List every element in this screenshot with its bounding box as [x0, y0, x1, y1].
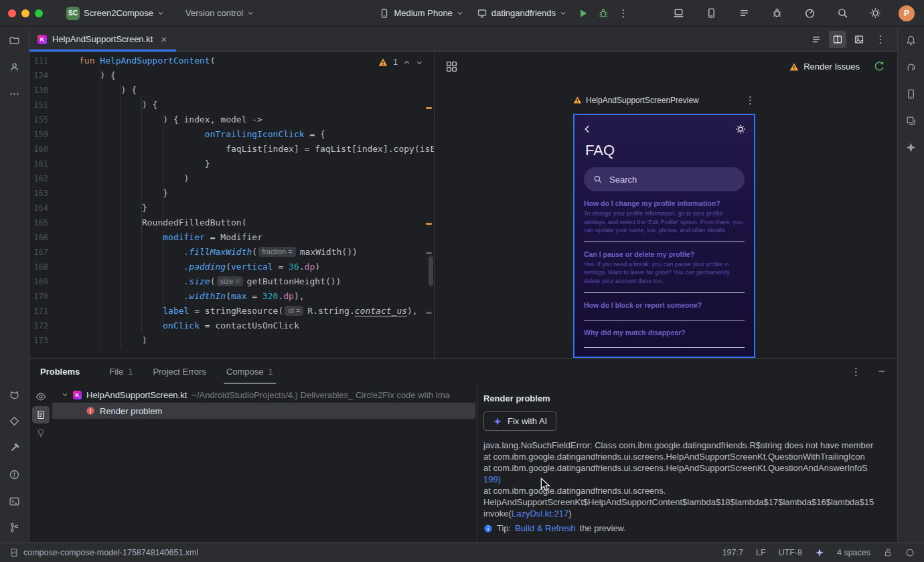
pull-requests-tool-button[interactable] [5, 58, 24, 76]
search-everywhere-button[interactable] [833, 4, 852, 23]
panel-tab-file[interactable]: File1 [109, 359, 133, 384]
line-number[interactable]: 165 [29, 215, 79, 230]
code-line[interactable]: 166 modifier = Modifier [29, 230, 434, 245]
refresh-preview-button[interactable] [873, 60, 885, 72]
code-line[interactable]: 111fun HelpAndSupportContent( [29, 54, 434, 68]
line-number[interactable]: 163 [29, 186, 79, 201]
indent-setting[interactable]: 4 spaces [837, 548, 870, 557]
line-number[interactable]: 151 [29, 98, 79, 112]
line-number[interactable]: 130 [29, 83, 79, 98]
build-refresh-link[interactable]: Build & Refresh [515, 523, 575, 533]
profiler-button[interactable] [800, 4, 819, 23]
line-number[interactable]: 172 [29, 318, 79, 333]
more-run-actions-button[interactable]: ⋮ [614, 4, 633, 23]
preview-layout-button[interactable] [445, 60, 458, 73]
close-tab-button[interactable]: × [161, 33, 167, 45]
code-line[interactable]: 124 ) { [29, 68, 434, 83]
warning-stripe-mark[interactable] [426, 223, 432, 225]
more-tool-wind ows-button[interactable] [5, 84, 24, 103]
code-line[interactable]: 169 .size(size =getButtonHeight()) [29, 274, 434, 289]
preview-issue-button[interactable] [32, 388, 50, 405]
run-button[interactable] [574, 4, 593, 23]
debug-button[interactable] [594, 4, 613, 23]
stripe-mark[interactable] [426, 312, 432, 314]
code-line[interactable]: 155 ) { index, model -> [29, 112, 434, 127]
close-window-button[interactable] [8, 9, 16, 17]
gradle-tool-button[interactable] [902, 58, 921, 76]
code-line[interactable]: 164 } [29, 201, 434, 215]
code-line[interactable]: 162 ) [29, 171, 434, 186]
version-control-tool-button[interactable] [5, 518, 24, 537]
logcat-tool-button[interactable] [5, 385, 24, 404]
stack-trace-link[interactable]: LazyDsl.kt:217 [512, 508, 568, 519]
preview-options-button[interactable]: ⋮ [745, 95, 755, 105]
project-selector[interactable]: SC Screen2Compose [60, 3, 170, 23]
line-number[interactable]: 164 [29, 201, 79, 215]
panel-tab-project-errors[interactable]: Project Errors [153, 359, 206, 384]
panel-splitter[interactable] [477, 384, 477, 542]
line-number[interactable]: 159 [29, 127, 79, 142]
code-view-button[interactable] [807, 31, 825, 48]
line-number[interactable]: 166 [29, 230, 79, 245]
gemini-tool-button[interactable] [902, 138, 921, 157]
settings-button[interactable] [866, 4, 884, 23]
editor-more-options-button[interactable]: ⋮ [872, 31, 889, 48]
device-manager-button[interactable] [702, 4, 720, 23]
code-line[interactable]: 130 ) { [29, 83, 434, 98]
warning-stripe-mark[interactable] [426, 107, 432, 109]
code-line[interactable]: 159 onTrailingIconClick = { [29, 127, 434, 142]
show-details-toggle[interactable] [32, 406, 50, 424]
app-quality-insights-button[interactable] [767, 4, 786, 23]
logcat-button[interactable] [735, 4, 753, 23]
line-number[interactable]: 173 [29, 333, 79, 348]
user-avatar[interactable]: P [899, 5, 915, 21]
status-indicator-icon[interactable] [905, 548, 915, 557]
editor-tab-helpandsupportscreen[interactable]: K HelpAndSupportScreen.kt × [29, 27, 176, 52]
problems-file-row[interactable]: K HelpAndSupportScreen.kt ~/AndroidStudi… [52, 387, 475, 403]
code-editor[interactable]: 111fun HelpAndSupportContent(124 ) {130 … [29, 52, 434, 358]
code-line[interactable]: 161 } [29, 157, 434, 171]
zoom-window-button[interactable] [35, 9, 43, 17]
resource-manager-tool-button[interactable] [902, 111, 921, 130]
line-number[interactable]: 124 [29, 68, 79, 83]
next-issue-icon[interactable] [416, 59, 423, 66]
code-line[interactable]: 167 .fillMaxWidth(fraction =maxWidth()) [29, 245, 434, 260]
line-number[interactable]: 167 [29, 245, 79, 260]
device-manager-tool-button[interactable] [902, 84, 921, 103]
device-selector[interactable]: Medium Phone [373, 3, 469, 23]
line-number[interactable]: 162 [29, 171, 79, 186]
code-line[interactable]: 163 } [29, 186, 434, 201]
code-line[interactable]: 160 faqList[index] = faqList[index].copy… [29, 142, 434, 157]
line-number[interactable]: 171 [29, 304, 79, 318]
file-encoding[interactable]: UTF-8 [779, 548, 802, 557]
code-line[interactable]: 165 RoundedFilledButton( [29, 215, 434, 230]
app-quality-insights-tool-button[interactable] [5, 411, 24, 430]
line-number[interactable]: 170 [29, 289, 79, 304]
split-view-button[interactable] [829, 31, 846, 48]
editor-scrollbar[interactable] [429, 256, 433, 286]
ai-status-icon[interactable] [815, 548, 824, 557]
line-number[interactable]: 168 [29, 260, 79, 274]
run-configuration-selector[interactable]: datingandfriends [471, 3, 572, 23]
code-line[interactable]: 171 label = stringResource(id =R.string.… [29, 304, 434, 318]
panel-tab-compose[interactable]: Compose1 [226, 359, 273, 384]
minimize-window-button[interactable] [21, 9, 29, 17]
build-tool-button[interactable] [5, 438, 24, 457]
line-number[interactable]: 161 [29, 157, 79, 171]
lock-icon[interactable] [883, 548, 893, 557]
preview-device-frame[interactable]: FAQ Search How do I change my profile in… [573, 114, 755, 358]
preview-card-header[interactable]: HelpAndSupportScreenPreview ⋮ [573, 95, 755, 105]
line-number[interactable]: 169 [29, 274, 79, 289]
line-ending[interactable]: LF [756, 548, 766, 557]
line-number[interactable]: 160 [29, 142, 79, 157]
inspections-widget[interactable]: 1 [378, 58, 423, 67]
stripe-mark[interactable] [426, 252, 432, 254]
terminal-tool-button[interactable] [5, 492, 24, 510]
notifications-button[interactable] [902, 31, 921, 50]
code-line[interactable]: 151 ) { [29, 98, 434, 112]
render-issues-button[interactable]: Render Issues [789, 62, 860, 72]
minimize-panel-button[interactable] [877, 367, 887, 376]
render-problem-row[interactable]: Render problem [52, 403, 475, 419]
statusbar-file[interactable]: compose-compose-model-1758748140651.xml [9, 548, 198, 557]
panel-options-button[interactable]: ⋮ [851, 367, 861, 377]
